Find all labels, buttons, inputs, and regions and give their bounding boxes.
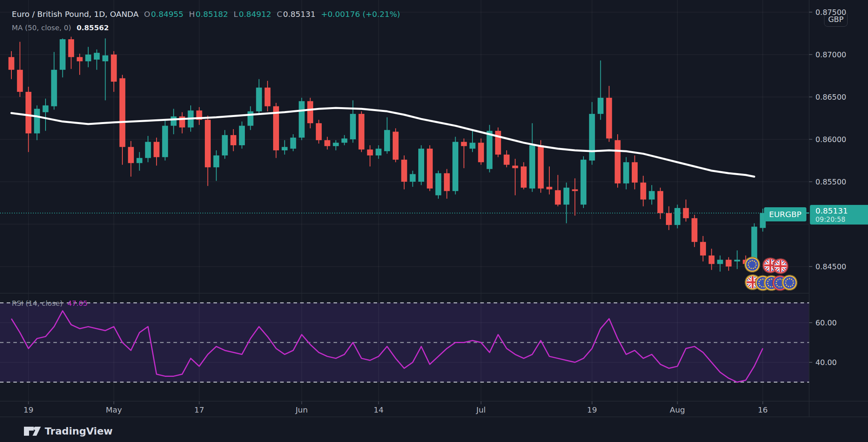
current-price-axis-badge: 0.85131 09:20:58 — [810, 205, 868, 225]
candle — [162, 121, 168, 161]
candle — [256, 79, 262, 115]
candle — [384, 117, 390, 154]
time-axis-label[interactable]: 16 — [758, 405, 768, 415]
candle — [427, 145, 433, 191]
candle — [26, 87, 31, 152]
candle — [341, 135, 347, 145]
candle — [632, 155, 638, 189]
candle — [43, 99, 49, 131]
candle — [34, 106, 40, 141]
candle — [546, 166, 552, 194]
candle — [640, 176, 646, 206]
time-axis-label[interactable]: 19 — [24, 405, 33, 415]
candlestick-series — [9, 37, 766, 272]
candle — [9, 51, 15, 79]
rsi-legend-row[interactable]: RSI (14, close) 47.05 — [12, 299, 88, 307]
candle — [623, 157, 629, 189]
price-axis-label: 0.86500 — [815, 93, 846, 101]
candle — [290, 134, 296, 151]
countdown-timer: 09:20:58 — [815, 216, 868, 223]
candle — [102, 38, 108, 100]
candle — [359, 111, 365, 152]
candle — [666, 206, 672, 230]
candle — [222, 130, 228, 159]
ma-legend-row[interactable]: MA (50, close, 0) 0.85562 — [12, 24, 109, 32]
symbol-legend-row[interactable]: Euro / British Pound, 1D, OANDA O0.84955… — [12, 9, 400, 19]
price-axis-label: 0.87000 — [815, 50, 846, 59]
time-axis-label[interactable]: Aug — [670, 405, 685, 415]
candle — [248, 106, 253, 130]
candle — [179, 112, 185, 133]
candle — [171, 109, 177, 134]
candle — [264, 81, 270, 111]
candle — [452, 137, 458, 194]
candle — [376, 145, 381, 159]
candle — [529, 123, 535, 192]
candle — [717, 256, 723, 272]
candle — [572, 178, 578, 216]
candle — [94, 49, 100, 70]
candle — [128, 141, 134, 177]
candle — [205, 115, 211, 186]
candle — [282, 140, 288, 155]
candle — [512, 159, 518, 195]
candle — [333, 140, 339, 150]
candle — [299, 98, 305, 140]
price-axis-label: 0.86000 — [815, 135, 846, 144]
candle — [487, 125, 492, 172]
time-axis-label[interactable]: 19 — [587, 405, 597, 415]
candle — [77, 54, 83, 75]
ohlc-close: C0.85131 — [277, 9, 315, 19]
candle — [239, 122, 245, 149]
price-axis-label: 0.85500 — [815, 177, 846, 186]
candle — [17, 42, 23, 97]
candle — [51, 52, 57, 110]
ma-value: 0.85562 — [77, 24, 109, 32]
candle — [521, 162, 527, 189]
candle — [495, 128, 501, 157]
symbol-title[interactable]: Euro / British Pound, 1D, OANDA — [12, 9, 139, 19]
candle — [589, 102, 595, 165]
time-axis-label[interactable]: Jun — [295, 405, 308, 415]
candle — [461, 139, 467, 168]
candle — [410, 171, 416, 187]
candle — [478, 139, 484, 165]
candle — [418, 145, 424, 185]
candle — [153, 138, 159, 166]
ohlc-high: H0.85182 — [189, 9, 228, 19]
candle — [675, 205, 680, 228]
time-axis-label[interactable]: Jul — [476, 405, 486, 415]
ohlc-low: L0.84912 — [233, 9, 271, 19]
candle — [615, 134, 620, 188]
time-axis-label[interactable]: 14 — [374, 405, 383, 415]
chart-canvas[interactable] — [0, 0, 868, 442]
candle — [367, 145, 373, 166]
candle — [137, 152, 142, 171]
current-price-value: 0.85131 — [815, 206, 868, 216]
eur-coin-icon — [744, 256, 760, 273]
candle — [436, 171, 441, 199]
time-axis-label[interactable]: 17 — [194, 405, 204, 415]
candle — [325, 137, 330, 149]
candle — [273, 103, 279, 158]
candle — [700, 236, 706, 261]
rsi-value: 47.05 — [67, 299, 88, 307]
time-axis-label[interactable]: May — [106, 405, 122, 415]
candle — [555, 175, 561, 206]
price-axis-label: 0.84500 — [815, 262, 846, 271]
candle — [68, 37, 74, 69]
candle — [196, 107, 202, 125]
rsi-axis-label: 60.00 — [815, 318, 837, 327]
candle — [111, 51, 117, 92]
candle — [401, 155, 407, 189]
candle — [230, 129, 236, 151]
gbp-coin-icon — [772, 258, 789, 274]
candle — [649, 185, 655, 205]
candle — [470, 130, 476, 152]
ma-label: MA (50, close, 0) — [12, 24, 71, 32]
tradingview-logo[interactable]: TradingView — [24, 425, 113, 437]
candle — [119, 75, 125, 165]
candle — [350, 100, 356, 143]
candle — [606, 86, 612, 142]
candle — [316, 120, 322, 143]
